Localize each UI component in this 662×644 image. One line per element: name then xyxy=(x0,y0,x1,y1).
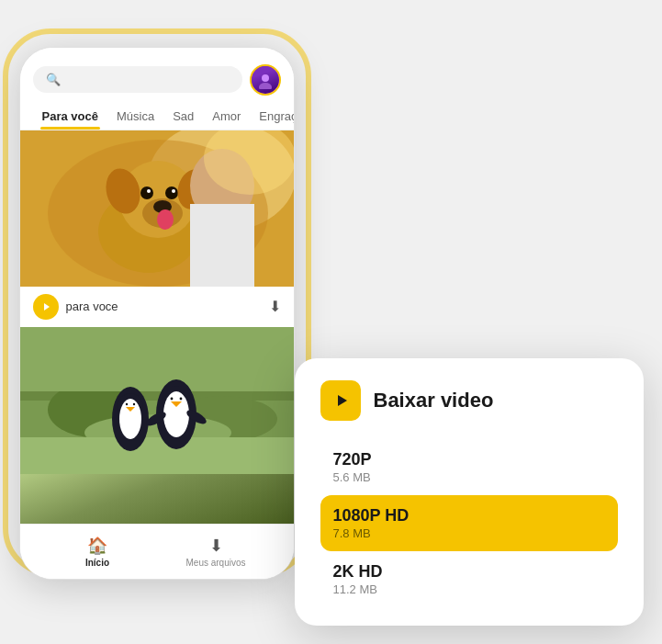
tab-musica[interactable]: Música xyxy=(107,103,163,130)
search-bar[interactable]: 🔍 xyxy=(33,66,242,93)
svg-point-12 xyxy=(172,189,175,193)
tab-para-voce[interactable]: Para você xyxy=(33,103,107,130)
tab-engracado[interactable]: Engraçado xyxy=(250,103,294,130)
panel-title: Baixar video xyxy=(374,389,494,412)
svg-marker-19 xyxy=(44,303,50,311)
svg-point-34 xyxy=(125,402,127,404)
bottom-nav: 🏠 Início ⬇ Meus arquivos xyxy=(20,524,294,579)
tab-sad[interactable]: Sad xyxy=(163,103,203,130)
tab-amor[interactable]: Amor xyxy=(203,103,250,130)
quality-size-1080p: 7.8 MB xyxy=(333,526,605,540)
quality-label-720p: 720P xyxy=(333,450,605,469)
nav-files-label: Meus arquivos xyxy=(185,558,245,568)
svg-point-44 xyxy=(179,397,182,400)
channel-icon xyxy=(33,294,59,320)
svg-rect-26 xyxy=(20,327,294,391)
nav-files[interactable]: ⬇ Meus arquivos xyxy=(157,536,275,568)
quality-label-2k: 2K HD xyxy=(333,562,605,582)
panel-header: Baixar video xyxy=(320,380,618,421)
svg-rect-17 xyxy=(190,204,254,287)
files-icon: ⬇ xyxy=(209,536,223,556)
category-tabs: Para você Música Sad Amor Engraçado xyxy=(20,103,294,130)
svg-point-9 xyxy=(140,186,153,199)
download-panel: Baixar video 720P 5.6 MB 1080P HD 7.8 MB… xyxy=(295,358,644,626)
svg-point-13 xyxy=(157,209,174,230)
nav-home[interactable]: 🏠 Início xyxy=(39,536,157,568)
phone-mockup: 🔍 Para você Música Sad Amor Engr xyxy=(19,47,295,580)
avatar[interactable] xyxy=(250,64,281,96)
search-icon: 🔍 xyxy=(46,73,61,86)
channel-name: para voce xyxy=(66,299,262,313)
svg-rect-25 xyxy=(20,437,294,474)
download-icon[interactable]: ⬇ xyxy=(269,298,281,315)
svg-point-10 xyxy=(165,186,178,199)
search-bar-wrap: 🔍 xyxy=(20,48,294,103)
play-icon xyxy=(331,390,351,411)
svg-point-1 xyxy=(259,83,272,89)
channel-row: para voce ⬇ xyxy=(20,287,294,327)
quality-item-2k[interactable]: 2K HD 11.2 MB xyxy=(320,551,618,607)
quality-size-2k: 11.2 MB xyxy=(333,582,605,596)
quality-list: 720P 5.6 MB 1080P HD 7.8 MB 2K HD 11.2 M… xyxy=(320,439,618,607)
video-thumbnail-penguin[interactable] xyxy=(20,327,294,524)
quality-size-720p: 5.6 MB xyxy=(333,470,605,484)
svg-point-11 xyxy=(147,189,151,193)
home-icon: 🏠 xyxy=(87,536,107,556)
nav-home-label: Início xyxy=(85,558,109,568)
quality-label-1080p: 1080P HD xyxy=(333,506,605,525)
scene: 🔍 Para você Música Sad Amor Engr xyxy=(19,19,644,626)
play-icon-box xyxy=(320,380,361,421)
quality-item-720p[interactable]: 720P 5.6 MB xyxy=(320,439,618,495)
featured-video-thumbnail[interactable] xyxy=(20,130,294,287)
quality-item-1080p[interactable]: 1080P HD 7.8 MB xyxy=(320,495,618,551)
avatar-image xyxy=(252,66,279,94)
svg-point-43 xyxy=(170,397,173,400)
svg-point-35 xyxy=(132,402,134,404)
svg-point-0 xyxy=(262,74,269,82)
